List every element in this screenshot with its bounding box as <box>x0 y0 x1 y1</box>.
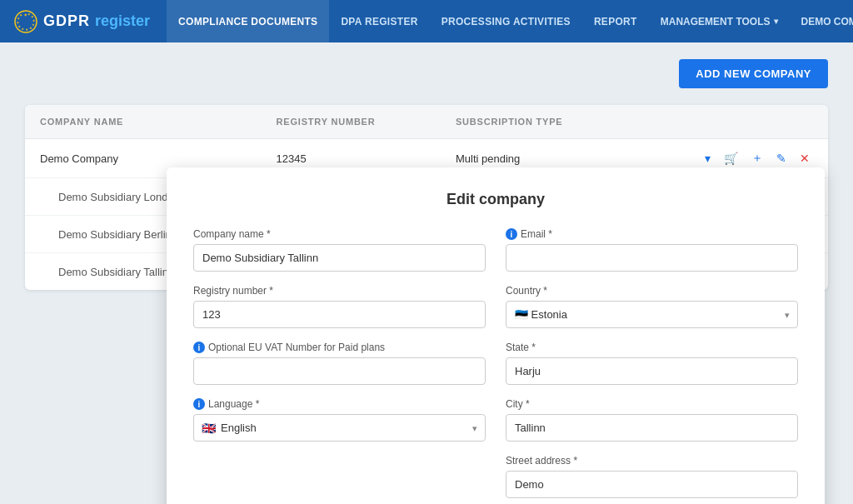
col-company-name: COMPANY NAME <box>25 105 262 139</box>
nav-right: MANAGEMENT TOOLS ▾ DEMO COMPANY ▾ DEMO U… <box>649 0 853 42</box>
country-group: Country * 🇪🇪 Estonia 🇬🇧 United Kingdom 🇩… <box>506 285 798 328</box>
company-name-input[interactable] <box>193 244 486 272</box>
modal-overlay: Edit company Company name * i Email * <box>167 167 853 307</box>
nav-management-tools[interactable]: MANAGEMENT TOOLS ▾ <box>649 0 790 42</box>
company-name-group: Company name * <box>193 228 486 272</box>
navbar: GDPR register COMPLIANCE DOCUMENTS DPA R… <box>0 0 853 42</box>
company-name-label: Company name * <box>193 228 486 240</box>
street-address-group: Street address * <box>506 455 798 498</box>
registry-number-input[interactable] <box>193 301 486 328</box>
svg-point-0 <box>15 11 37 32</box>
city-label: City * <box>506 398 798 410</box>
add-subsidiary-icon[interactable]: ＋ <box>748 149 766 167</box>
add-new-company-button[interactable]: ADD NEW COMPANY <box>679 59 828 88</box>
language-select[interactable]: English Estonian German <box>193 414 486 442</box>
svg-marker-10 <box>17 21 19 23</box>
language-group: i Language * 🇬🇧 English Estonian German … <box>193 398 486 442</box>
country-select[interactable]: 🇪🇪 Estonia 🇬🇧 United Kingdom 🇩🇪 Germany <box>506 301 798 328</box>
svg-marker-6 <box>29 26 32 29</box>
delete-icon[interactable]: ✕ <box>796 150 813 167</box>
country-select-wrapper: 🇪🇪 Estonia 🇬🇧 United Kingdom 🇩🇪 Germany … <box>506 301 798 328</box>
edit-company-modal: Edit company Company name * i Email * <box>167 167 825 504</box>
email-label: i Email * <box>506 228 798 240</box>
svg-marker-12 <box>19 12 22 16</box>
svg-marker-11 <box>17 16 20 19</box>
logo-stars-icon <box>13 9 38 34</box>
email-input[interactable] <box>506 244 798 272</box>
language-label: i Language * <box>193 398 486 410</box>
street-address-input[interactable] <box>506 471 798 498</box>
svg-marker-1 <box>24 12 27 16</box>
nav-dpa-register[interactable]: DPA REGISTER <box>329 0 429 42</box>
vat-number-group: i Optional EU VAT Number for Paid plans <box>193 342 486 385</box>
nav-demo-company[interactable]: DEMO COMPANY ▾ <box>790 0 854 42</box>
email-info-icon[interactable]: i <box>506 228 517 240</box>
email-group: i Email * <box>506 228 798 272</box>
svg-marker-5 <box>32 22 35 26</box>
logo-gdpr-text: GDPR <box>43 12 90 30</box>
nav-report[interactable]: REPORT <box>582 0 649 42</box>
svg-marker-9 <box>17 24 21 27</box>
vat-number-label: i Optional EU VAT Number for Paid plans <box>193 342 486 353</box>
modal-title: Edit company <box>193 191 798 208</box>
main-content: ADD NEW COMPANY COMPANY NAME REGISTRY NU… <box>0 42 853 307</box>
state-label: State * <box>506 342 798 353</box>
edit-icon[interactable]: ✎ <box>773 150 790 167</box>
svg-marker-8 <box>21 27 24 30</box>
col-registry-number: REGISTRY NUMBER <box>262 105 441 139</box>
spacer-group <box>193 455 486 498</box>
svg-marker-2 <box>27 12 31 15</box>
nav-links: COMPLIANCE DOCUMENTS DPA REGISTER PROCES… <box>167 0 649 42</box>
city-group: City * <box>506 398 798 442</box>
country-label: Country * <box>506 285 798 297</box>
language-info-icon[interactable]: i <box>193 398 205 410</box>
modal-form: Company name * i Email * Registry number… <box>193 228 798 498</box>
registry-number-group: Registry number * <box>193 285 486 328</box>
state-input[interactable] <box>506 357 798 385</box>
svg-marker-3 <box>31 14 34 17</box>
col-subscription-type: SUBSCRIPTION TYPE <box>441 105 631 139</box>
cart-icon[interactable]: 🛒 <box>721 150 741 167</box>
language-select-wrapper: 🇬🇧 English Estonian German ▾ <box>193 414 486 442</box>
col-actions <box>631 105 828 139</box>
vat-number-input[interactable] <box>193 357 486 385</box>
registry-number-label: Registry number * <box>193 285 486 297</box>
svg-marker-7 <box>26 28 28 31</box>
management-tools-arrow-icon: ▾ <box>774 17 778 26</box>
nav-processing-activities[interactable]: PROCESSING ACTIVITIES <box>430 0 582 42</box>
logo-register-text: register <box>95 12 150 30</box>
vat-info-icon[interactable]: i <box>193 342 205 353</box>
state-group: State * <box>506 342 798 385</box>
chevron-down-icon[interactable]: ▾ <box>701 150 714 167</box>
nav-compliance-documents[interactable]: COMPLIANCE DOCUMENTS <box>167 0 329 42</box>
street-address-label: Street address * <box>506 455 798 467</box>
table-header-row: COMPANY NAME REGISTRY NUMBER SUBSCRIPTIO… <box>25 105 828 139</box>
logo: GDPR register <box>13 9 150 34</box>
svg-marker-4 <box>32 19 35 22</box>
city-input[interactable] <box>506 414 798 442</box>
